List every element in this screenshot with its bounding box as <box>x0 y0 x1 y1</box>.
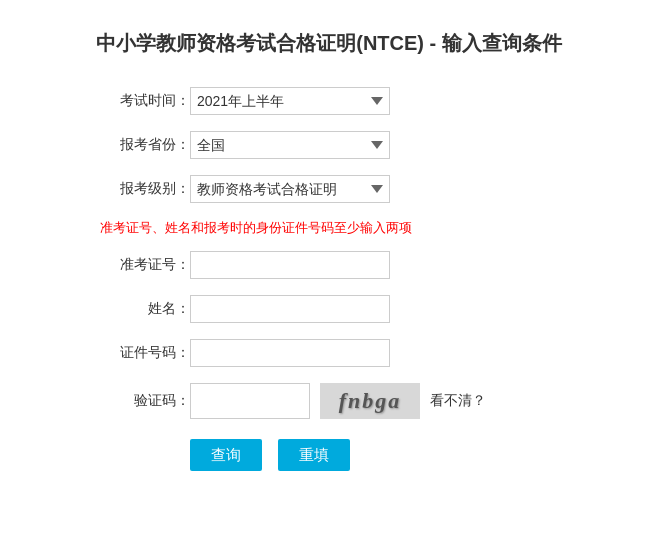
exam-province-select[interactable]: 全国 北京 上海 广东 <box>190 131 390 159</box>
captcha-controls: fnbga 看不清？ <box>190 383 486 419</box>
captcha-image-text: fnbga <box>339 388 402 414</box>
error-message: 准考证号、姓名和报考时的身份证件号码至少输入两项 <box>100 219 618 237</box>
exam-level-label: 报考级别 <box>100 180 190 198</box>
exam-time-select[interactable]: 2021年上半年 2021年下半年 2020年上半年 2020年下半年 <box>190 87 390 115</box>
id-number-row: 证件号码 <box>100 339 618 367</box>
captcha-refresh-link[interactable]: 看不清？ <box>430 392 486 410</box>
id-number-input[interactable] <box>190 339 390 367</box>
captcha-row: 验证码 fnbga 看不清？ <box>100 383 618 419</box>
exam-province-row: 报考省份 全国 北京 上海 广东 <box>100 131 618 159</box>
captcha-image[interactable]: fnbga <box>320 383 420 419</box>
name-label: 姓名 <box>100 300 190 318</box>
captcha-input[interactable] <box>190 383 310 419</box>
exam-time-label: 考试时间 <box>100 92 190 110</box>
name-row: 姓名 <box>100 295 618 323</box>
button-row: 查询 重填 <box>190 439 618 471</box>
exam-number-input[interactable] <box>190 251 390 279</box>
captcha-label: 验证码 <box>100 392 190 410</box>
page-title: 中小学教师资格考试合格证明(NTCE) - 输入查询条件 <box>40 20 618 57</box>
id-number-label: 证件号码 <box>100 344 190 362</box>
exam-time-row: 考试时间 2021年上半年 2021年下半年 2020年上半年 2020年下半年 <box>100 87 618 115</box>
exam-number-row: 准考证号 <box>100 251 618 279</box>
name-input[interactable] <box>190 295 390 323</box>
exam-level-select[interactable]: 教师资格考试合格证明 幼儿园 小学 初中 高中 <box>190 175 390 203</box>
exam-level-row: 报考级别 教师资格考试合格证明 幼儿园 小学 初中 高中 <box>100 175 618 203</box>
page-container: 中小学教师资格考试合格证明(NTCE) - 输入查询条件 考试时间 2021年上… <box>0 0 658 544</box>
reset-button[interactable]: 重填 <box>278 439 350 471</box>
exam-province-label: 报考省份 <box>100 136 190 154</box>
exam-number-label: 准考证号 <box>100 256 190 274</box>
query-button[interactable]: 查询 <box>190 439 262 471</box>
form-section: 考试时间 2021年上半年 2021年下半年 2020年上半年 2020年下半年… <box>100 87 618 471</box>
